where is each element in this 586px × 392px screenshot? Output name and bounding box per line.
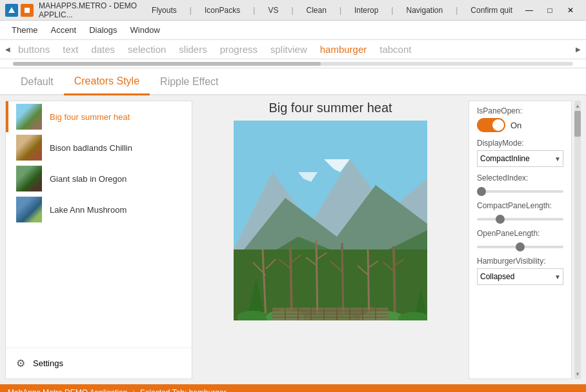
scroll-left-arrow[interactable]: ◀ [3, 40, 13, 59]
gear-icon: ⚙ [16, 357, 25, 369]
nav-navigation[interactable]: Navigation [399, 6, 449, 15]
compact-pane-slider-wrap [477, 213, 563, 222]
nav-confirm-quit[interactable]: Confirm quit [464, 6, 519, 15]
right-controls-panel: IsPaneOpen: On DisplayMode: CompactInlin… [469, 101, 572, 379]
scroll-right-arrow[interactable]: ▶ [573, 40, 583, 59]
hamburger-visibility-dropdown[interactable]: Collapsed Visible Hidden [477, 268, 563, 285]
nav-thumb-2 [16, 166, 42, 191]
scroll-up-arrow[interactable]: ▲ [574, 101, 581, 111]
nav-item-1[interactable]: Bison badlands Chillin [6, 132, 192, 163]
nav-thumb-3 [16, 197, 42, 222]
app-icon-blue [5, 4, 18, 17]
svg-marker-0 [8, 7, 15, 13]
window-controls: — □ ✕ [519, 0, 581, 21]
display-mode-wrap: CompactInline Compact Inline Minimal ▼ [477, 150, 563, 167]
is-pane-open-value: On [510, 121, 521, 130]
nav-label-3: Lake Ann Mushroom [50, 205, 126, 215]
hamburger-visibility-wrap: Collapsed Visible Hidden ▼ [477, 268, 563, 285]
settings-item[interactable]: ⚙ Settings [6, 348, 192, 378]
status-separator: | [132, 388, 134, 393]
is-pane-open-toggle[interactable] [477, 118, 505, 132]
maximize-button[interactable]: □ [540, 0, 560, 21]
tab-sliders[interactable]: sliders [179, 44, 207, 55]
nav-item-3[interactable]: Lake Ann Mushroom [6, 194, 192, 225]
landscape-image [234, 121, 427, 320]
app-title: MAHAPPS.METRO - DEMO APPLIC... [39, 1, 145, 19]
tab-buttons[interactable]: buttons [18, 44, 50, 55]
nav-label-0: Big four summer heat [50, 112, 130, 122]
status-right: Selected Tab: hamburger [140, 388, 227, 392]
menu-window[interactable]: Window [124, 21, 167, 40]
is-pane-open-row: On [477, 118, 563, 132]
open-pane-label: OpenPaneLength: [477, 229, 563, 238]
tab-default[interactable]: Default [10, 71, 64, 94]
tab-words-row: buttons text dates selection sliders pro… [13, 44, 573, 55]
menu-accent[interactable]: Accent [44, 21, 83, 40]
scroll-track[interactable] [574, 111, 581, 369]
nav-interop[interactable]: Interop [348, 6, 385, 15]
menu-dialogs[interactable]: Dialogs [83, 21, 123, 40]
open-pane-slider[interactable] [477, 246, 563, 248]
nav-vs[interactable]: VS [261, 6, 285, 15]
selected-index-slider-wrap [477, 185, 563, 195]
selected-index-slider[interactable] [477, 190, 563, 193]
status-left: MahApps.Metro DEMO Application [8, 388, 127, 392]
scroll-down-arrow[interactable]: ▼ [574, 369, 581, 379]
compact-pane-label: CompactPaneLength: [477, 201, 563, 210]
tab-dates[interactable]: dates [91, 44, 115, 55]
title-bar: MAHAPPS.METRO - DEMO APPLIC... Flyouts |… [0, 0, 586, 21]
compact-pane-slider[interactable] [477, 218, 563, 220]
nav-item-2[interactable]: Giant slab in Oregon [6, 163, 192, 194]
open-pane-slider-wrap [477, 240, 563, 250]
hamburger-panel: Big four summer heat Bison badlands Chil… [5, 101, 192, 379]
tab-splitview[interactable]: splitview [270, 44, 307, 55]
tab-progress[interactable]: progress [220, 44, 258, 55]
selected-index-label: SelectedIndex: [477, 173, 563, 182]
mountain-svg [234, 121, 427, 320]
nav-items-list: Big four summer heat Bison badlands Chil… [6, 101, 192, 348]
is-pane-open-label: IsPaneOpen: [477, 106, 563, 115]
close-button[interactable]: ✕ [560, 0, 581, 21]
image-title: Big four summer heat [268, 101, 392, 115]
tab-creators-style[interactable]: Creators Style [64, 70, 150, 95]
tab-selection[interactable]: selection [128, 44, 166, 55]
menu-bar: Theme Accent Dialogs Window [0, 21, 586, 40]
display-mode-dropdown[interactable]: CompactInline Compact Inline Minimal [477, 150, 563, 167]
title-bar-icons [5, 4, 34, 17]
nav-clean[interactable]: Clean [300, 6, 333, 15]
svg-line-23 [394, 246, 395, 320]
minimize-button[interactable]: — [519, 0, 540, 21]
app-icon-orange [21, 4, 34, 17]
tab-text[interactable]: text [63, 44, 78, 55]
style-tabs: Default Creators Style Ripple Effect [0, 68, 586, 95]
hamburger-visibility-label: HamburgerVisibility: [477, 257, 563, 266]
nav-thumb-1 [16, 135, 42, 161]
scroll-thumb [574, 111, 581, 137]
nav-item-0[interactable]: Big four summer heat [6, 101, 192, 132]
toggle-thumb [492, 119, 504, 131]
main-scrollbar[interactable]: ▲ ▼ [574, 101, 581, 379]
title-nav: Flyouts | IconPacks | VS | Clean | Inter… [145, 6, 519, 15]
status-bar: MahApps.Metro DEMO Application | Selecte… [0, 384, 586, 392]
nav-thumb-0 [16, 104, 42, 130]
settings-label: Settings [33, 358, 63, 368]
tab-tabcont[interactable]: tabcont [379, 44, 411, 55]
svg-rect-1 [25, 8, 30, 13]
display-mode-label: DisplayMode: [477, 139, 563, 148]
tab-scroll-area: ◀ buttons text dates selection sliders p… [0, 40, 586, 59]
tab-hamburger[interactable]: hamburger [320, 44, 367, 55]
nav-label-1: Bison badlands Chillin [50, 143, 132, 153]
image-area: Big four summer heat [192, 101, 469, 379]
main-content: Big four summer heat Bison badlands Chil… [0, 95, 586, 384]
nav-flyouts[interactable]: Flyouts [145, 6, 183, 15]
nav-label-2: Giant slab in Oregon [50, 174, 126, 184]
menu-theme[interactable]: Theme [5, 21, 44, 40]
horizontal-scrollbar[interactable] [0, 59, 586, 68]
nav-iconpacks[interactable]: IconPacks [198, 6, 247, 15]
tab-ripple-effect[interactable]: Ripple Effect [150, 71, 228, 94]
